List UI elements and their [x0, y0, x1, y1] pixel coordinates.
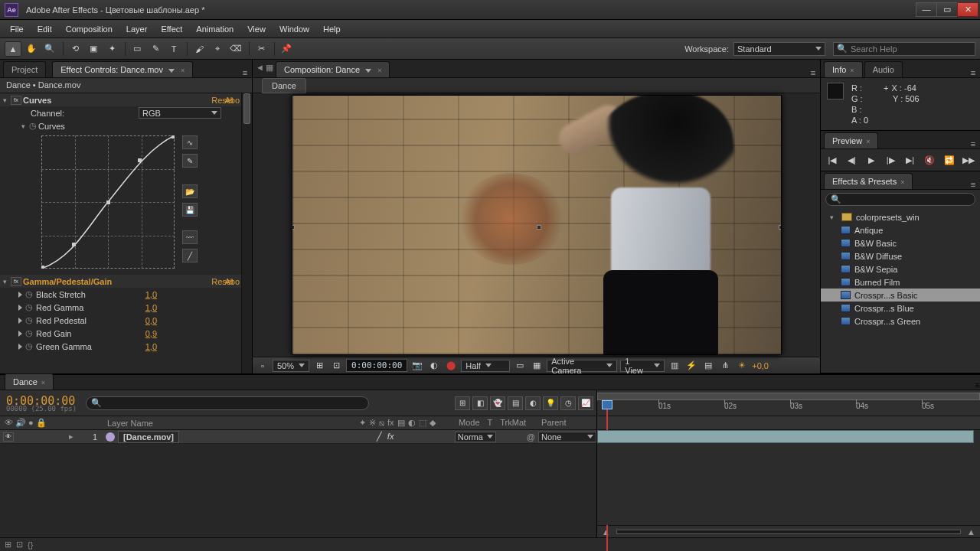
panel-menu-icon[interactable]: ≡: [966, 68, 980, 77]
layer-switch[interactable]: [366, 432, 375, 442]
first-frame-button[interactable]: |◀: [825, 154, 839, 166]
column-layer-name[interactable]: Layer Name: [107, 419, 153, 428]
window-close-button[interactable]: ✕: [957, 2, 978, 17]
camera-tool-icon[interactable]: ▣: [85, 41, 102, 57]
puppet-tool-icon[interactable]: 📌: [278, 41, 295, 57]
pixel-aspect-icon[interactable]: ▥: [668, 360, 681, 372]
preset-item[interactable]: Antique: [821, 223, 980, 236]
guides-icon[interactable]: ⊡: [329, 360, 343, 372]
presets-search-input[interactable]: 🔍: [825, 193, 975, 206]
color-icon[interactable]: ⬤: [444, 360, 458, 372]
tab-effects-presets[interactable]: Effects & Presets×: [824, 173, 913, 189]
switch-icon[interactable]: ◆: [430, 418, 436, 428]
curve-bezier-icon[interactable]: ∿: [182, 135, 198, 149]
pan-behind-tool-icon[interactable]: ✦: [103, 41, 120, 57]
preset-item[interactable]: Crosspr...s Basic: [821, 289, 980, 302]
tab-project[interactable]: Project: [3, 61, 46, 77]
blend-mode-dropdown[interactable]: Norma: [455, 432, 496, 442]
twirl-icon[interactable]: [18, 344, 22, 350]
selection-tool-icon[interactable]: ▲: [5, 41, 21, 57]
search-help-input[interactable]: 🔍 Search Help: [833, 42, 975, 56]
twirl-icon[interactable]: ▾: [3, 96, 11, 104]
brainstorm-icon[interactable]: 💡: [543, 396, 558, 410]
video-column-icon[interactable]: 👁: [5, 418, 13, 428]
timeline-icon[interactable]: ▤: [701, 360, 715, 372]
menu-effect[interactable]: Effect: [154, 21, 189, 37]
timeline-search-input[interactable]: 🔍: [86, 396, 369, 410]
rotate-tool-icon[interactable]: ⟲: [67, 41, 83, 57]
fx-enable-toggle[interactable]: fx: [11, 277, 21, 286]
curve-linear-icon[interactable]: ╱: [182, 249, 198, 262]
roto-tool-icon[interactable]: ✂: [253, 41, 270, 57]
tab-preview[interactable]: Preview×: [824, 132, 878, 148]
type-tool-icon[interactable]: T: [165, 41, 182, 57]
camera-dropdown[interactable]: Active Camera: [547, 360, 617, 372]
resolution-dropdown[interactable]: Half: [461, 360, 510, 372]
graph-editor-icon[interactable]: 📈: [578, 396, 593, 410]
grid-icon[interactable]: ⊞: [312, 360, 326, 372]
parent-pickwhip-icon[interactable]: @: [527, 432, 535, 442]
solo-column-icon[interactable]: ●: [28, 418, 34, 428]
curve-pencil-icon[interactable]: ✎: [182, 154, 198, 168]
transparency-icon[interactable]: ▦: [530, 360, 544, 372]
comp-breadcrumb[interactable]: Dance: [262, 78, 306, 93]
workspace-dropdown[interactable]: Standard: [733, 42, 825, 56]
panel-menu-icon[interactable]: ≡: [966, 139, 980, 148]
clone-tool-icon[interactable]: ⌖: [209, 41, 226, 57]
window-minimize-button[interactable]: —: [916, 2, 937, 17]
preset-folder[interactable]: ▾ colorpresets_win: [821, 210, 980, 223]
toggle-switches-icon[interactable]: ⊞: [5, 540, 11, 549]
column-mode[interactable]: Mode: [459, 418, 480, 428]
column-t[interactable]: T: [488, 418, 493, 428]
zoom-tool-icon[interactable]: 🔍: [41, 41, 58, 57]
fast-preview-icon[interactable]: ⚡: [684, 360, 698, 372]
roi-icon[interactable]: ▭: [513, 360, 527, 372]
layer-name[interactable]: [Dance.mov]: [118, 431, 179, 443]
panel-menu-icon[interactable]: ≡: [806, 68, 820, 77]
tab-audio[interactable]: Audio: [864, 61, 903, 77]
column-parent[interactable]: Parent: [541, 418, 566, 428]
shy-icon[interactable]: 👻: [490, 396, 505, 410]
menu-help[interactable]: Help: [316, 21, 348, 37]
switch-icon[interactable]: fx: [387, 418, 394, 428]
menu-file[interactable]: File: [3, 21, 31, 37]
stopwatch-icon[interactable]: ◷: [25, 302, 33, 312]
last-frame-button[interactable]: ▶|: [903, 154, 917, 166]
switch-icon[interactable]: ✦: [359, 418, 366, 428]
column-trkmat[interactable]: TrkMat: [500, 418, 526, 428]
preset-item[interactable]: B&W Diffuse: [821, 249, 980, 262]
preset-item[interactable]: Burned Film: [821, 276, 980, 289]
stopwatch-icon[interactable]: ◷: [25, 289, 33, 299]
time-navigator[interactable]: [616, 530, 961, 534]
twirl-icon[interactable]: ▾: [21, 122, 29, 130]
menu-animation[interactable]: Animation: [189, 21, 240, 37]
about-link[interactable]: Abo: [224, 96, 240, 105]
switch-icon[interactable]: ※: [369, 418, 376, 428]
exposure-reset-icon[interactable]: ☀: [735, 360, 749, 372]
track-area[interactable]: [597, 430, 980, 525]
next-frame-button[interactable]: |▶: [884, 154, 897, 166]
tab-effect-controls[interactable]: Effect Controls: Dance.mov ×: [52, 61, 193, 77]
visibility-toggle[interactable]: 👁: [3, 432, 14, 442]
stopwatch-icon[interactable]: ◷: [25, 315, 33, 325]
effect-name-gpg[interactable]: Gamma/Pedestal/Gain: [23, 277, 112, 286]
brush-tool-icon[interactable]: 🖌: [191, 41, 207, 57]
window-maximize-button[interactable]: ▭: [936, 2, 958, 17]
viewer-timecode[interactable]: 0:00:00:00: [346, 359, 407, 372]
twirl-icon[interactable]: [18, 305, 22, 311]
time-ruler[interactable]: 01s02s03s04s05s: [597, 390, 980, 416]
switch-icon[interactable]: ◐: [408, 418, 416, 428]
pen-tool-icon[interactable]: ✎: [147, 41, 164, 57]
twirl-icon[interactable]: ▾: [830, 214, 838, 221]
channel-dropdown[interactable]: RGB: [139, 107, 221, 119]
comp-flowchart-icon[interactable]: ⋔: [718, 360, 732, 372]
stopwatch-icon[interactable]: ◷: [25, 328, 33, 338]
prop-value[interactable]: 0,0: [145, 316, 157, 325]
tab-timeline-comp[interactable]: Dance×: [5, 373, 54, 390]
close-tab-icon[interactable]: ×: [866, 138, 870, 145]
menu-view[interactable]: View: [240, 21, 273, 37]
draft3d-icon[interactable]: ◧: [472, 396, 488, 410]
nav-back-icon[interactable]: ◄: [256, 63, 264, 73]
menu-edit[interactable]: Edit: [31, 21, 59, 37]
composition-viewer[interactable]: [253, 93, 820, 357]
